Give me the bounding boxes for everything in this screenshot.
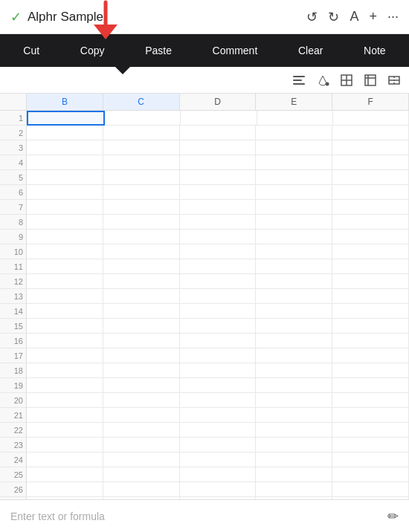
grid-cell[interactable] <box>27 348 103 363</box>
grid-cell[interactable] <box>181 111 257 126</box>
grid-cell[interactable] <box>27 408 103 423</box>
undo-icon[interactable]: ↺ <box>306 9 318 25</box>
grid-cell[interactable] <box>180 244 257 259</box>
grid-cell[interactable] <box>180 304 257 319</box>
grid-cell[interactable] <box>332 126 409 140</box>
grid-cell[interactable] <box>256 378 332 393</box>
freeze-icon[interactable] <box>363 73 378 88</box>
grid-cell[interactable] <box>27 467 103 482</box>
grid-cell[interactable] <box>103 378 180 393</box>
grid-cell[interactable] <box>180 274 257 289</box>
grid-cell[interactable] <box>27 111 105 126</box>
grid-cell[interactable] <box>27 438 103 452</box>
grid-cell[interactable] <box>105 111 181 126</box>
grid-cell[interactable] <box>27 200 103 215</box>
grid-cell[interactable] <box>103 140 180 155</box>
col-header-C[interactable]: C <box>103 94 180 110</box>
grid-cell[interactable] <box>332 170 409 185</box>
grid-cell[interactable] <box>103 408 180 423</box>
grid-cell[interactable] <box>27 155 103 170</box>
comment-button[interactable]: Comment <box>205 40 265 61</box>
grid-cell[interactable] <box>332 185 409 200</box>
paste-button[interactable]: Paste <box>138 40 179 61</box>
grid-cell[interactable] <box>256 289 332 304</box>
grid-cell[interactable] <box>180 155 257 170</box>
grid-cell[interactable] <box>27 140 103 155</box>
grid-cell[interactable] <box>180 482 257 497</box>
grid-cell[interactable] <box>256 438 332 452</box>
grid-cell[interactable] <box>27 259 103 274</box>
grid-cell[interactable] <box>256 200 332 215</box>
grid-cell[interactable] <box>256 244 332 259</box>
grid-cell[interactable] <box>256 155 332 170</box>
grid-cell[interactable] <box>332 482 409 497</box>
grid-cell[interactable] <box>27 215 103 230</box>
grid-cell[interactable] <box>257 111 333 126</box>
grid-cell[interactable] <box>332 452 409 467</box>
col-header-E[interactable]: E <box>256 94 332 110</box>
grid-cell[interactable] <box>256 408 332 423</box>
grid-cell[interactable] <box>180 393 257 408</box>
grid-cell[interactable] <box>256 319 332 334</box>
grid-cell[interactable] <box>180 126 257 140</box>
grid-cell[interactable] <box>27 126 103 140</box>
col-header-D[interactable]: D <box>180 94 257 110</box>
grid-cell[interactable] <box>27 423 103 438</box>
grid-cell[interactable] <box>332 467 409 482</box>
grid-cell[interactable] <box>180 185 257 200</box>
grid-cell[interactable] <box>27 482 103 497</box>
grid-cell[interactable] <box>103 289 180 304</box>
cut-button[interactable]: Cut <box>16 40 47 61</box>
grid-cell[interactable] <box>256 348 332 363</box>
grid-cell[interactable] <box>332 289 409 304</box>
grid-cell[interactable] <box>180 452 257 467</box>
grid-cell[interactable] <box>332 334 409 348</box>
redo-icon[interactable]: ↻ <box>328 9 339 25</box>
grid-cell[interactable] <box>27 274 103 289</box>
grid-cell[interactable] <box>103 274 180 289</box>
grid-cell[interactable] <box>103 319 180 334</box>
grid-cell[interactable] <box>103 423 180 438</box>
merge-icon[interactable] <box>387 73 402 88</box>
grid-cell[interactable] <box>256 185 332 200</box>
grid-cell[interactable] <box>332 140 409 155</box>
grid-cell[interactable] <box>180 378 257 393</box>
grid-cell[interactable] <box>103 438 180 452</box>
text-format-icon[interactable]: A <box>350 9 358 25</box>
grid-cell[interactable] <box>180 438 257 452</box>
grid-cell[interactable] <box>256 274 332 289</box>
grid-cell[interactable] <box>332 363 409 378</box>
borders-icon[interactable] <box>339 73 354 88</box>
grid-cell[interactable] <box>332 274 409 289</box>
grid-cell[interactable] <box>103 467 180 482</box>
grid-cell[interactable] <box>103 126 180 140</box>
clear-button[interactable]: Clear <box>291 40 330 61</box>
grid-cell[interactable] <box>103 348 180 363</box>
grid-cell[interactable] <box>332 378 409 393</box>
grid-cell[interactable] <box>103 363 180 378</box>
grid-cell[interactable] <box>256 230 332 244</box>
grid-cell[interactable] <box>332 408 409 423</box>
grid-cell[interactable] <box>180 170 257 185</box>
col-header-F[interactable]: F <box>332 94 409 110</box>
grid-cell[interactable] <box>256 304 332 319</box>
grid-cell[interactable] <box>332 244 409 259</box>
grid-cell[interactable] <box>103 334 180 348</box>
grid-cell[interactable] <box>180 408 257 423</box>
add-icon[interactable]: + <box>369 9 377 25</box>
grid-cell[interactable] <box>256 393 332 408</box>
grid-cell[interactable] <box>256 170 332 185</box>
grid-cell[interactable] <box>103 215 180 230</box>
grid-cell[interactable] <box>256 467 332 482</box>
col-header-B[interactable]: B <box>27 94 103 110</box>
grid-cell[interactable] <box>332 423 409 438</box>
grid-cell[interactable] <box>180 259 257 274</box>
grid-cell[interactable] <box>27 230 103 244</box>
grid-cell[interactable] <box>27 363 103 378</box>
grid-cell[interactable] <box>332 393 409 408</box>
grid-cell[interactable] <box>332 438 409 452</box>
grid-cell[interactable] <box>180 363 257 378</box>
grid-cell[interactable] <box>256 363 332 378</box>
grid-cell[interactable] <box>103 230 180 244</box>
more-icon[interactable]: ··· <box>387 9 399 25</box>
